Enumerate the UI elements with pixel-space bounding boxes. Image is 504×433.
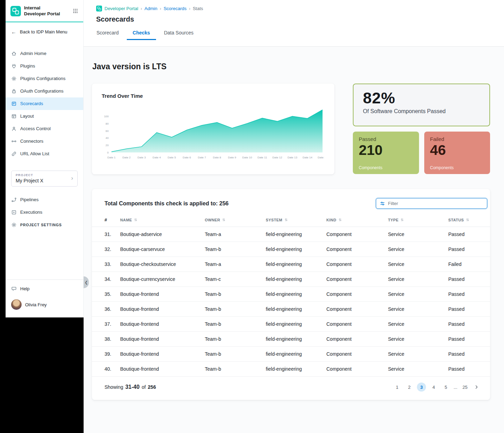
cell-status: Passed	[448, 227, 490, 242]
passed-label: Passed	[359, 136, 413, 142]
home-icon	[11, 51, 17, 56]
idp-breadcrumb-logo-icon	[96, 6, 102, 11]
table-row[interactable]: 34.Boutique-currencyserviceTeam-cfield-e…	[92, 272, 490, 287]
column-header-kind[interactable]: KIND	[326, 214, 388, 227]
pagination-page-1[interactable]: 1	[393, 383, 402, 392]
sidebar-item-access-control[interactable]: Access Control	[6, 123, 83, 135]
tab-scorecard[interactable]: Scorecard	[91, 28, 125, 40]
sort-icon[interactable]	[401, 218, 404, 222]
sidebar-item-label: Pipelines	[20, 197, 39, 202]
sidebar-item-layout[interactable]: Layout	[6, 110, 83, 123]
chevron-right-icon: ›	[71, 175, 73, 182]
svg-text:Date 5: Date 5	[168, 156, 176, 159]
cell-index: 38.	[92, 332, 120, 347]
breadcrumb-developer-portal[interactable]: Developer Portal	[104, 6, 138, 11]
cell-name: Boutique-frontend	[120, 332, 205, 347]
idp-logo-icon	[10, 6, 21, 16]
cell-owner: Team-b	[205, 242, 266, 257]
components-table-body: 31.Boutique-adserviceTeam-afield-enginee…	[92, 227, 490, 377]
sort-icon[interactable]	[466, 218, 469, 222]
pagination-page-2[interactable]: 2	[405, 383, 414, 392]
sidebar-item-scorecards[interactable]: Scorecards	[6, 97, 83, 110]
main-header: Developer Portal › Admin › Scorecards › …	[84, 0, 504, 47]
column-header-owner[interactable]: OWNER	[205, 214, 266, 227]
sidebar-item-pipelines[interactable]: Pipelines	[6, 194, 83, 206]
sidebar-item-help[interactable]: Help	[6, 280, 83, 297]
sidebar-item-label: Scorecards	[20, 101, 43, 106]
breadcrumb-separator: ›	[189, 6, 190, 11]
cell-type: Service	[388, 317, 448, 332]
sidebar-item-url-allow-list[interactable]: URL Allow List	[6, 148, 83, 160]
sidebar-item-label: Executions	[20, 210, 42, 215]
cell-owner: Team-b	[205, 347, 266, 362]
svg-text:Date 14: Date 14	[303, 156, 313, 159]
table-header-row: #NAMEOWNERSYSTEMKINDTYPESTATUS	[92, 214, 490, 227]
table-row[interactable]: 32.Boutique-carservuceTeam-bfield-engine…	[92, 242, 490, 257]
project-name: My Project X	[16, 178, 43, 183]
table-row[interactable]: 35.Boutique-frontendTeam-bfield-engineer…	[92, 287, 490, 302]
tab-checks[interactable]: Checks	[127, 28, 156, 40]
breadcrumb: Developer Portal › Admin › Scorecards › …	[96, 6, 504, 11]
pagination-ellipsis: ...	[453, 385, 457, 390]
sidebar-item-label: Plugins Configurations	[20, 76, 65, 81]
sidebar-item-oauth-configurations[interactable]: OAuth Configurations	[6, 85, 83, 97]
module-grid-icon[interactable]	[72, 8, 78, 14]
pagination-page-4[interactable]: 4	[429, 383, 438, 392]
column-header-system[interactable]: SYSTEM	[266, 214, 326, 227]
table-row[interactable]: 37.Boutique-frontendTeam-bfield-engineer…	[92, 317, 490, 332]
pagination-page-5[interactable]: 5	[441, 383, 450, 392]
sidebar-item-label: Access Control	[20, 126, 51, 131]
cell-kind: Component	[326, 332, 388, 347]
sidebar-item-executions[interactable]: Executions	[6, 206, 83, 219]
column-label: KIND	[326, 218, 336, 222]
project-selector[interactable]: PROJECT My Project X ›	[11, 171, 78, 187]
percent-value: 82%	[363, 89, 480, 107]
person-icon	[11, 126, 17, 132]
table-row[interactable]: 38.Boutique-frontendTeam-bfield-engineer…	[92, 332, 490, 347]
sidebar-item-project-settings[interactable]: PROJECT SETTINGS	[6, 219, 83, 231]
of-label: of	[142, 384, 146, 390]
cell-system: field-engineering	[266, 272, 326, 287]
user-profile[interactable]: Olivia Frey	[6, 297, 83, 317]
table-row[interactable]: 39.Boutique-frontendTeam-bfield-engineer…	[92, 347, 490, 362]
table-row[interactable]: 31.Boutique-adserviceTeam-afield-enginee…	[92, 227, 490, 242]
back-label: Back to IDP Main Menu	[20, 29, 67, 34]
sidebar-item-connectors[interactable]: Connectors	[6, 135, 83, 148]
cell-type: Service	[388, 257, 448, 272]
sidebar-item-plugins[interactable]: Plugins	[6, 60, 83, 72]
trend-chart: 020406080100Date 1Date 2Date 3Date 4Date…	[102, 104, 325, 161]
sort-icon[interactable]	[285, 218, 288, 222]
back-to-main-menu-link[interactable]: ← Back to IDP Main Menu	[6, 22, 83, 40]
cell-status: Passed	[448, 347, 490, 362]
cell-type: Service	[388, 332, 448, 347]
pagination-next-icon[interactable]	[474, 385, 479, 389]
sidebar-item-admin-home[interactable]: Admin Home	[6, 47, 83, 60]
plug-icon	[11, 63, 17, 69]
column-header-status[interactable]: STATUS	[448, 214, 490, 227]
cell-owner: Team-b	[205, 287, 266, 302]
column-header-name[interactable]: NAME	[120, 214, 205, 227]
cell-status: Passed	[448, 332, 490, 347]
app-title-line2: Developer Portal	[24, 11, 69, 17]
breadcrumb-admin[interactable]: Admin	[145, 6, 157, 11]
sort-icon[interactable]	[134, 218, 137, 222]
cell-status: Passed	[448, 272, 490, 287]
sort-icon[interactable]	[339, 218, 342, 222]
main-area: Developer Portal › Admin › Scorecards › …	[84, 0, 504, 433]
sort-icon[interactable]	[222, 218, 225, 222]
breadcrumb-scorecards[interactable]: Scorecards	[164, 6, 187, 11]
pagination-page-25[interactable]: 25	[460, 383, 470, 392]
table-row[interactable]: 40.Boutique-frontendTeam-bfield-engineer…	[92, 362, 490, 377]
cell-system: field-engineering	[266, 287, 326, 302]
svg-text:Date 8: Date 8	[213, 156, 221, 159]
pagination-page-3[interactable]: 3	[417, 383, 426, 392]
content: Java version is LTS Trend Over Time 0204…	[84, 47, 504, 433]
table-row[interactable]: 36.Boutique-frontendTeam-bfield-engineer…	[92, 302, 490, 317]
svg-text:20: 20	[106, 144, 109, 147]
tab-data-sources[interactable]: Data Sources	[158, 28, 200, 40]
table-row[interactable]: 33.Boutique-checkoutserviceTeam-afield-e…	[92, 257, 490, 272]
sidebar-item-plugins-configurations[interactable]: Plugins Configurations	[6, 72, 83, 85]
column-header-type[interactable]: TYPE	[388, 214, 448, 227]
filter-input[interactable]	[388, 201, 481, 206]
sidebar-item-label: PROJECT SETTINGS	[20, 223, 62, 227]
